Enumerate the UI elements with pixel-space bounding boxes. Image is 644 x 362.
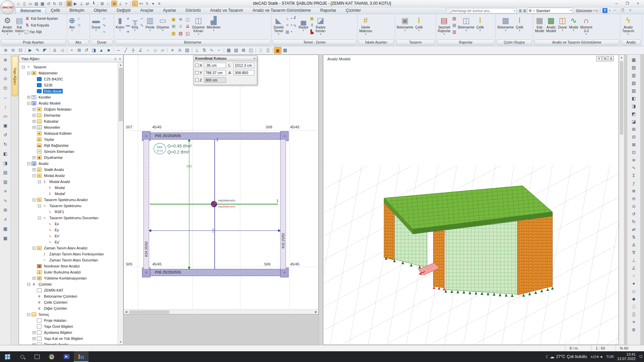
frame-icon[interactable]: ◫ (247, 47, 255, 54)
keyboard-language[interactable]: TUR (606, 355, 614, 359)
zoomout-icon[interactable]: ⊖ (1, 66, 9, 73)
rt-circle-icon[interactable]: ○ (630, 272, 638, 279)
rotate-icon[interactable]: ↺ (83, 47, 90, 54)
kolon-daire-button[interactable]: ● (125, 15, 131, 21)
tree-expander-icon[interactable]: − (33, 198, 36, 201)
fit-h-icon[interactable]: ↔ (1, 94, 9, 101)
tray-chevron-icon[interactable]: ∧ (590, 355, 593, 359)
scroll-left-icon[interactable]: ◀ (124, 310, 128, 313)
tab--izimler[interactable]: Çizimler (341, 7, 366, 14)
tree-expander-icon[interactable]: + (33, 108, 36, 111)
rt-delta-icon[interactable]: ∆ (630, 241, 638, 248)
analiz-tasarim-button[interactable]: ϟAnaliz Tasarım▾ (621, 15, 635, 38)
moment-33-button[interactable]: ∩Moment 3-3▾ (579, 15, 593, 38)
close-button[interactable]: × (633, 1, 643, 6)
tree-item-ex[interactable]: −∿Ex (19, 221, 118, 227)
tree-item-kesitler[interactable]: +TKesitler (19, 94, 118, 100)
plan-view-canvas[interactable]: S07 45/45 S08 45/45 S05 45/45 S06 45/45 … (123, 55, 319, 314)
tab-raporlar[interactable]: Raporlar (316, 7, 341, 14)
rt-half-l-icon[interactable]: ◧ (630, 95, 638, 102)
idecad-logo[interactable]: ideCAD (1, 0, 15, 14)
tree-expander-icon[interactable]: − (38, 217, 41, 220)
idecad-taskbar-icon[interactable] (74, 351, 89, 362)
rt-updown-icon[interactable]: ⇅ (630, 233, 638, 240)
layer-list-icon[interactable]: ≣ (519, 8, 522, 13)
pin-icon[interactable]: ⊥ (114, 56, 117, 61)
spline-icon[interactable]: ∿ (208, 47, 215, 54)
kiris-kose-button[interactable]: ⌐ (139, 15, 145, 21)
tree-expander-icon[interactable]: − (22, 66, 25, 69)
tasarim-betonarme-button[interactable]: ▣Betonarme▾ (396, 15, 414, 38)
minimize-button[interactable]: ─ (612, 1, 621, 6)
coordinate-box-close-icon[interactable]: × (254, 56, 256, 61)
view-axis-icon[interactable]: N (602, 56, 608, 61)
tree-item-euler-burkulma-analizi[interactable]: −∫Euler Burkulma Analizi (19, 269, 118, 275)
tab-ara-lar[interactable]: Araçlar (136, 7, 158, 14)
vscroll-up-icon[interactable]: ▲ (619, 55, 624, 60)
swap-icon[interactable]: ⇅ (201, 47, 208, 54)
doseme-tool-3-icon[interactable]: ◫ (184, 16, 191, 23)
rt-dot-icon[interactable]: ⊡ (630, 148, 638, 156)
radye-tool-3-icon[interactable]: ▙ (309, 29, 315, 35)
parallelogram-icon[interactable]: ▱ (159, 47, 166, 54)
perde-button[interactable]: ▥Perde▾ (145, 15, 156, 38)
mdi-restore-button[interactable]: ❐ (619, 8, 626, 13)
layers-list-icon[interactable]: ≡ (169, 47, 176, 54)
rt-plus-icon[interactable]: ⊞ (630, 125, 638, 132)
angle-icon[interactable]: ∠ (137, 47, 144, 54)
tree-item-sönüm-elemanları[interactable]: −⊣Sönüm Elemanları (19, 148, 118, 155)
duvar-button[interactable]: ▬Duvar▾ (91, 15, 102, 38)
aks-line-button[interactable]: ∕ (76, 29, 82, 35)
tree-expander-icon[interactable]: + (33, 277, 36, 280)
line-icon[interactable]: ─ (115, 47, 122, 54)
y-lock-checkbox[interactable] (195, 71, 199, 74)
view-scrollbar[interactable]: ▲ (619, 55, 624, 345)
tree-item-statik-analiz[interactable]: +⊥Statik Analiz (19, 167, 118, 173)
display-settings-icon[interactable]: ⌗ (596, 8, 598, 13)
doseme-tool-5-icon[interactable]: # (177, 23, 184, 30)
scroll-down-icon[interactable]: ▼ (118, 340, 123, 345)
tree-scrollbar[interactable]: ▲ ▼ (118, 62, 123, 345)
notification-center-icon[interactable]: 🗨 (639, 355, 643, 359)
rt-sheet-icon[interactable]: ▤ (630, 64, 638, 71)
doseme-tool-6-icon[interactable]: ⇊ (184, 23, 191, 30)
rt-light-icon[interactable]: ░ (630, 303, 638, 310)
list-icon[interactable]: ≡ (1, 188, 9, 195)
tree-expander-icon[interactable]: + (33, 168, 36, 171)
radye-tool-2-icon[interactable]: ⇕ (309, 22, 315, 28)
tree-item-zaman-tanım-alanı-fonksiyonları[interactable]: −ƒZaman Tanım Alanı Fonksiyonları (19, 251, 118, 257)
x-input[interactable]: -35 cm (204, 63, 226, 68)
rt-minus-icon[interactable]: ⊟ (630, 133, 638, 140)
tree-item-zemi-n-kat[interactable]: −ZEMİN KAT (19, 287, 118, 293)
pan-icon[interactable]: ⊕ (1, 57, 9, 63)
tree-panel-tab[interactable]: Yapı Ağacı (12, 56, 18, 96)
array-icon[interactable]: ⊞ (75, 47, 83, 54)
tree-item-modal[interactable]: −ΣModal (19, 185, 118, 191)
cizim-celik-button[interactable]: IÇelik▾ (515, 15, 524, 38)
undo-v-icon[interactable]: ↺ (1, 132, 9, 138)
tree-item-noktasal-kütleler[interactable]: −●Noktasal Kütleler (19, 130, 118, 136)
start-button[interactable] (0, 351, 15, 362)
rapor-3-button[interactable]: ▥ (451, 29, 457, 35)
corner-tool-icon[interactable]: ⌐ (215, 47, 223, 54)
teams-taskbar-icon[interactable]: ▶ (59, 351, 74, 362)
tree-item-modal'[interactable]: −ΣModal' (19, 191, 118, 197)
tree-item-elemanlar[interactable]: +Elemanlar (19, 112, 118, 118)
sheet1-icon[interactable]: ▤ (1, 169, 9, 176)
rt-ominus-icon[interactable]: ⊖ (630, 195, 638, 202)
rt-mesh-icon[interactable]: ▦ (630, 56, 638, 63)
tree-expander-icon[interactable]: + (33, 114, 36, 117)
tree-expander-icon[interactable]: − (27, 72, 30, 75)
iskele-makrosu-button[interactable]: #İskele Makrosu▾ (358, 15, 373, 38)
view-3d-icon[interactable]: A (608, 56, 614, 61)
doseme-kenari-button[interactable]: ◫Döşeme Kenarı▾ (191, 15, 206, 38)
tree-item-yükleme-kombinasyonları[interactable]: +⇄Yükleme Kombinasyonları (19, 275, 118, 281)
tree-item-betonarme-çizimleri[interactable]: −≣Betonarme Çizimleri (19, 293, 118, 299)
search-dropdown-icon[interactable]: ▾ (514, 9, 515, 12)
tree-item-sonuç[interactable]: −Sonuç (19, 311, 118, 317)
rt-lines-icon[interactable]: ≡ (630, 318, 638, 325)
polygon-icon[interactable]: ◇ (152, 47, 159, 54)
tree-item-ey'[interactable]: −∿Ey' (19, 239, 118, 245)
half-l-icon[interactable]: ◧ (1, 150, 9, 157)
redo-v-icon[interactable]: ↻ (1, 141, 9, 148)
